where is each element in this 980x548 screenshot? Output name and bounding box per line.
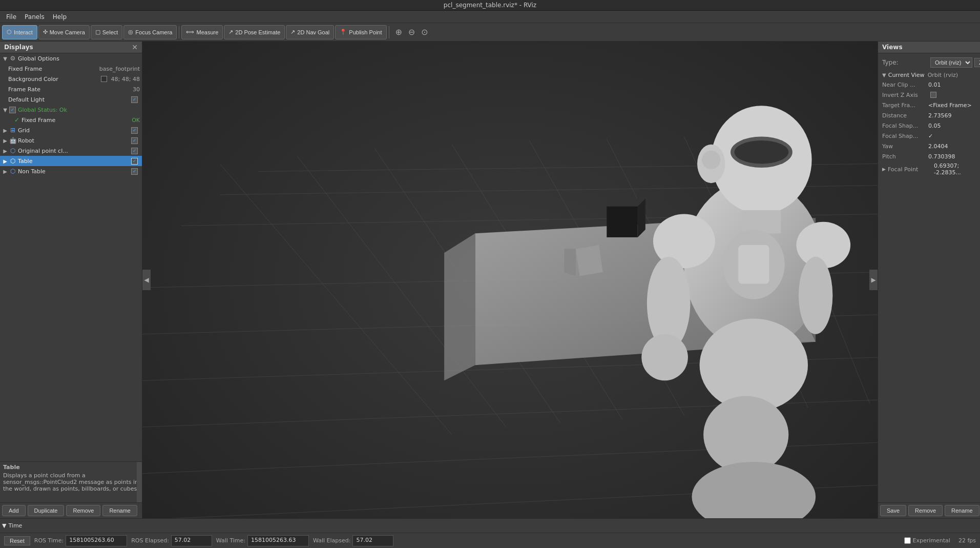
menu-panels[interactable]: Panels <box>20 12 49 22</box>
views-type-label: Type: <box>882 59 928 66</box>
views-zero-button[interactable]: Zero <box>974 58 980 67</box>
toolbar-icon-2[interactable]: ⊖ <box>408 27 415 37</box>
view-prop-target-frame[interactable]: Target Fra... <Fixed Frame> <box>880 100 978 110</box>
tree-item-global-options[interactable]: ▼ ⚙ Global Options <box>0 53 142 64</box>
invert-z-checkbox[interactable] <box>930 92 936 98</box>
description-area: Table Displays a point cloud from a sens… <box>0 461 142 502</box>
yaw-value: 2.0404 <box>928 143 976 150</box>
focal-point-label: Focal Point <box>888 166 934 173</box>
cursor-icon: ⬡ <box>7 29 12 35</box>
view-prop-focal-shape-1[interactable]: Focal Shap... 0.05 <box>880 120 978 131</box>
expand-table-icon[interactable]: ▶ <box>2 158 8 164</box>
menu-help[interactable]: Help <box>49 12 71 22</box>
view-prop-pitch[interactable]: Pitch 0.730398 <box>880 151 978 161</box>
current-view-header[interactable]: ▼ Current View Orbit (rviz) <box>880 71 978 79</box>
tree-item-background-color[interactable]: Background Color 48; 48; 48 <box>0 74 142 84</box>
expand-non-table-icon[interactable]: ▶ <box>2 168 8 174</box>
focus-camera-button[interactable]: ◎ Focus Camera <box>123 25 177 39</box>
view-prop-distance[interactable]: Distance 2.73569 <box>880 110 978 120</box>
default-light-checkbox[interactable] <box>131 96 138 103</box>
rename-button[interactable]: Rename <box>102 505 137 516</box>
status-bar: Reset ROS Time: 1581005263.60 ROS Elapse… <box>0 533 980 548</box>
current-view-type: Orbit (rviz) <box>928 72 958 78</box>
duplicate-button[interactable]: Duplicate <box>28 505 65 516</box>
expand-robot-icon[interactable]: ▶ <box>2 137 8 144</box>
tree-item-table[interactable]: ▶ ⬡ Table <box>0 156 142 166</box>
non-table-checkbox[interactable] <box>131 168 138 175</box>
expand-time-icon[interactable]: ▼ <box>2 522 6 529</box>
tree-item-fixed-frame-status[interactable]: ✓ Fixed Frame OK <box>0 115 142 125</box>
pitch-label: Pitch <box>882 153 928 160</box>
select-button[interactable]: ▢ Select <box>91 25 123 39</box>
reset-button[interactable]: Reset <box>4 536 30 545</box>
views-save-button[interactable]: Save <box>880 505 906 516</box>
grid-checkbox[interactable] <box>131 127 138 134</box>
focal-point-expand-icon[interactable]: ▶ <box>882 167 886 172</box>
interact-button[interactable]: ⬡ Interact <box>2 25 37 39</box>
wall-elapsed-value: 57.02 <box>352 535 393 546</box>
publish-point-button[interactable]: 📍 Publish Point <box>335 25 386 39</box>
description-scrollbar[interactable] <box>137 462 142 502</box>
measure-button[interactable]: ⟺ Measure <box>181 25 223 39</box>
focal-point-value: 0.69307; -2.2835... <box>934 163 976 176</box>
table-checkbox[interactable] <box>131 158 138 165</box>
svg-marker-19 <box>444 233 475 380</box>
expand-global-options-icon[interactable]: ▼ <box>2 55 8 62</box>
window-title: pcl_segment_table.rviz* - RViz <box>444 2 536 9</box>
menu-bar: File Panels Help <box>0 11 980 23</box>
tree-item-global-status[interactable]: ▼ Global Status: Ok <box>0 105 142 115</box>
original-pc-checkbox[interactable] <box>131 148 138 154</box>
description-text: Displays a point cloud from a sensor_msg… <box>3 472 139 492</box>
svg-marker-25 <box>564 249 576 276</box>
remove-button[interactable]: Remove <box>66 505 100 516</box>
nav-goal-button[interactable]: ↗ 2D Nav Goal <box>286 25 334 39</box>
global-status-checkbox[interactable] <box>9 107 16 113</box>
tree-item-robot[interactable]: ▶ 🤖 Robot <box>0 135 142 146</box>
background-color-label: Background Color <box>8 76 101 83</box>
experimental-checkbox[interactable] <box>904 537 911 544</box>
left-collapse-arrow[interactable]: ◀ <box>142 270 151 290</box>
robot-checkbox[interactable] <box>131 137 138 144</box>
move-camera-button[interactable]: ✣ Move Camera <box>38 25 90 39</box>
tree-item-non-table[interactable]: ▶ ⬡ Non Table <box>0 166 142 176</box>
expand-original-pc-icon[interactable]: ▶ <box>2 148 8 154</box>
view-prop-invert-z[interactable]: Invert Z Axis <box>880 90 978 100</box>
non-table-label: Non Table <box>18 168 131 175</box>
toolbar-icon-3[interactable]: ⊙ <box>421 27 428 37</box>
original-pc-label: Original point cl... <box>18 148 131 154</box>
expand-grid-icon[interactable]: ▶ <box>2 127 8 133</box>
views-rename-button[interactable]: Rename <box>945 505 979 516</box>
current-view-label: Current View <box>888 72 925 78</box>
viewport[interactable]: ◀ ▶ <box>142 42 878 518</box>
expand-global-status-icon[interactable]: ▼ <box>2 107 8 113</box>
view-prop-yaw[interactable]: Yaw 2.0404 <box>880 141 978 151</box>
background-color-swatch[interactable] <box>101 76 107 82</box>
grid-icon: ⊞ <box>9 127 16 134</box>
displays-tree[interactable]: ▼ ⚙ Global Options Fixed Frame base_foot… <box>0 53 142 461</box>
ros-elapsed-label: ROS Elapsed: <box>131 537 169 544</box>
views-type-select[interactable]: Orbit (rviz) <box>930 57 972 68</box>
toolbar-extra-icons: ⊕ ⊖ ⊙ <box>393 27 430 37</box>
tree-item-original-point-cloud[interactable]: ▶ ⬡ Original point cl... <box>0 146 142 156</box>
views-remove-button[interactable]: Remove <box>908 505 943 516</box>
view-prop-focal-point[interactable]: ▶ Focal Point 0.69307; -2.2835... <box>880 161 978 177</box>
expand-current-view-icon[interactable]: ▼ <box>882 72 886 78</box>
measure-icon: ⟺ <box>186 29 194 35</box>
add-button[interactable]: Add <box>2 505 26 516</box>
tree-item-default-light[interactable]: Default Light <box>0 94 142 105</box>
tree-item-frame-rate[interactable]: Frame Rate 30 <box>0 84 142 94</box>
right-collapse-arrow[interactable]: ▶ <box>869 270 878 290</box>
tree-item-grid[interactable]: ▶ ⊞ Grid <box>0 125 142 135</box>
view-prop-near-clip[interactable]: Near Clip ... 0.01 <box>880 79 978 90</box>
view-prop-focal-shape-2[interactable]: Focal Shap... ✓ <box>880 131 978 141</box>
views-title: Views <box>882 44 903 51</box>
global-status-label: Global Status: Ok <box>18 107 140 113</box>
robot-icon: 🤖 <box>9 137 16 144</box>
pose-estimate-button[interactable]: ↗ 2D Pose Estimate <box>224 25 285 39</box>
displays-close-button[interactable]: ✕ <box>132 44 138 51</box>
distance-value: 2.73569 <box>928 112 976 119</box>
frame-rate-label: Frame Rate <box>8 86 131 93</box>
menu-file[interactable]: File <box>2 12 20 22</box>
tree-item-fixed-frame[interactable]: Fixed Frame base_footprint <box>0 64 142 74</box>
toolbar-icon-1[interactable]: ⊕ <box>395 27 402 37</box>
